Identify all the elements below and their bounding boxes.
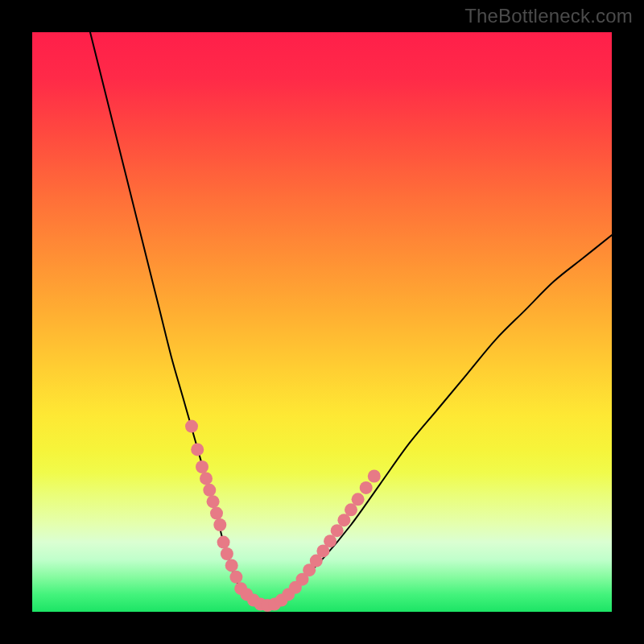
curve-marker bbox=[221, 547, 233, 560]
curve-marker bbox=[210, 507, 223, 520]
curve-marker bbox=[217, 536, 230, 549]
curve-marker bbox=[203, 484, 216, 497]
curve-marker bbox=[368, 470, 381, 483]
plot-area bbox=[32, 32, 612, 612]
curve-marker bbox=[229, 571, 242, 584]
bottleneck-curve bbox=[90, 32, 612, 606]
watermark-text: TheBottleneck.com bbox=[464, 5, 633, 27]
curve-marker bbox=[207, 495, 220, 508]
curve-marker bbox=[352, 493, 365, 506]
curve-markers bbox=[185, 420, 381, 613]
chart-frame: TheBottleneck.com bbox=[0, 0, 644, 644]
curve-marker bbox=[191, 443, 204, 456]
curve-marker bbox=[213, 518, 226, 531]
curve-marker bbox=[331, 524, 344, 537]
curve-marker bbox=[360, 481, 373, 494]
curve-marker bbox=[185, 420, 198, 433]
curve-marker bbox=[196, 460, 208, 473]
curve-marker bbox=[200, 472, 213, 485]
curve-marker bbox=[225, 559, 238, 572]
curve-svg bbox=[32, 32, 612, 612]
